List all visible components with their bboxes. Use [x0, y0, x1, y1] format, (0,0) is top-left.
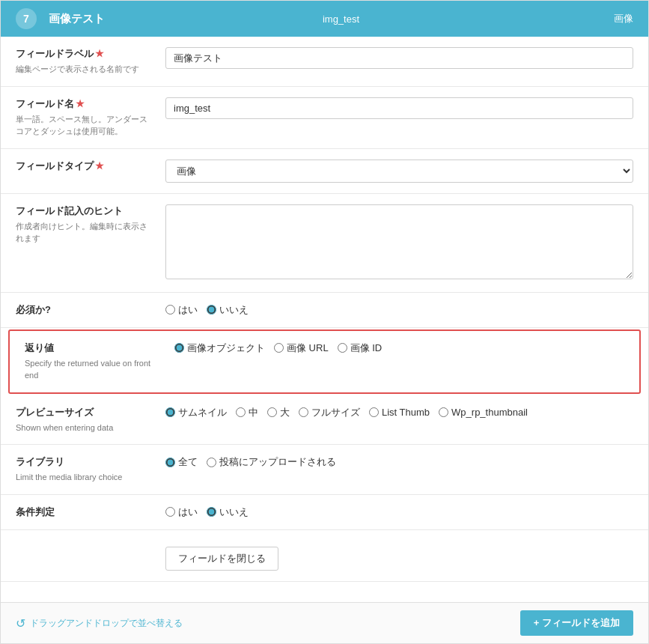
- field-name-desc: 単一語。スペース無し。アンダースコアとダッシュは使用可能。: [16, 113, 150, 138]
- preview-size-desc: Shown when entering data: [16, 422, 150, 434]
- field-label-input-col: [165, 47, 633, 69]
- required-no-label: いいえ: [219, 303, 249, 317]
- field-type-label-col: フィールドタイプ★: [16, 160, 165, 173]
- conditional-yes-radio[interactable]: [165, 507, 175, 517]
- preview-list-thumb-radio[interactable]: [369, 407, 379, 417]
- preview-thumbnail-label: サムネイル: [178, 406, 227, 419]
- conditional-no-radio[interactable]: [207, 507, 216, 517]
- return-url-radio[interactable]: [274, 343, 284, 353]
- field-hint-label-col: フィールド記入のヒント 作成者向けヒント。編集時に表示されます: [16, 204, 165, 245]
- return-id-item[interactable]: 画像 ID: [338, 341, 383, 355]
- preview-full-label: フルサイズ: [311, 406, 360, 419]
- preview-list-thumb-label: List Thumb: [382, 407, 430, 418]
- return-value-label-col: 返り値 Specify the returned value on front …: [25, 341, 174, 382]
- return-object-label: 画像オブジェクト: [187, 341, 265, 355]
- library-input-col: 全て 投稿にアップロードされる: [165, 455, 633, 469]
- required-label-col: 必須か?: [16, 303, 165, 317]
- return-object-item[interactable]: 画像オブジェクト: [174, 341, 265, 355]
- conditional-no-item[interactable]: いいえ: [207, 505, 249, 519]
- field-name-input-col: [165, 97, 633, 119]
- library-radio-group: 全て 投稿にアップロードされる: [165, 455, 633, 469]
- return-object-radio[interactable]: [174, 343, 184, 353]
- preview-wp-rp-item[interactable]: Wp_rp_thumbnail: [439, 407, 528, 418]
- field-header: 7 画像テスト img_test 画像: [1, 1, 648, 37]
- required-yes-item[interactable]: はい: [165, 303, 198, 317]
- field-label-col: フィールドラベル★ 編集ページで表示される名前です: [16, 47, 165, 76]
- library-uploaded-radio[interactable]: [207, 458, 216, 467]
- field-hint-input-col: [165, 204, 633, 282]
- return-url-label: 画像 URL: [287, 341, 329, 355]
- preview-large-item[interactable]: 大: [267, 406, 290, 419]
- field-label-input[interactable]: [165, 47, 633, 69]
- required-no-radio[interactable]: [207, 305, 216, 315]
- field-label-title: フィールドラベル★: [16, 47, 150, 61]
- field-name-title: フィールド名★: [16, 97, 150, 111]
- preview-large-label: 大: [280, 406, 290, 419]
- preview-large-radio[interactable]: [267, 407, 277, 417]
- field-name-input[interactable]: [165, 97, 633, 119]
- preview-medium-label: 中: [249, 406, 258, 419]
- required-title: 必須か?: [16, 303, 150, 317]
- footer: ↺ ドラッグアンドドロップで並べ替える + フィールドを追加: [1, 602, 648, 643]
- field-label-desc: 編集ページで表示される名前です: [16, 63, 150, 76]
- field-type-title: フィールドタイプ★: [16, 160, 150, 173]
- drag-label: ドラッグアンドドロップで並べ替える: [30, 617, 183, 630]
- field-type-input-col: 画像: [165, 160, 633, 183]
- drag-icon: ↺: [16, 616, 25, 631]
- preview-size-row: プレビューサイズ Shown when entering data サムネイル …: [1, 395, 648, 446]
- field-type-row: フィールドタイプ★ 画像: [1, 149, 648, 194]
- close-button-row: フィールドを閉じる: [1, 530, 648, 582]
- preview-medium-radio[interactable]: [236, 407, 246, 417]
- conditional-label-col: 条件判定: [16, 505, 165, 519]
- return-value-title: 返り値: [25, 341, 159, 355]
- library-all-radio[interactable]: [165, 458, 175, 467]
- field-name-row: フィールド名★ 単一語。スペース無し。アンダースコアとダッシュは使用可能。: [1, 87, 648, 149]
- required-input-col: はい いいえ: [165, 303, 633, 317]
- conditional-input-col: はい いいえ: [165, 505, 633, 519]
- conditional-yes-label: はい: [178, 505, 198, 519]
- library-title: ライブラリ: [16, 455, 150, 469]
- return-value-radio-group: 画像オブジェクト 画像 URL 画像 ID: [174, 341, 624, 355]
- return-value-desc: Specify the returned value on front end: [25, 357, 159, 382]
- field-label-row: フィールドラベル★ 編集ページで表示される名前です: [1, 37, 648, 87]
- library-row: ライブラリ Limit the media library choice 全て …: [1, 445, 648, 495]
- required-row: 必須か? はい いいえ: [1, 293, 648, 328]
- preview-medium-item[interactable]: 中: [236, 406, 258, 419]
- main-container: 7 画像テスト img_test 画像 フィールドラベル★ 編集ページで表示され…: [0, 0, 649, 644]
- required-star: ★: [95, 48, 104, 59]
- preview-thumbnail-item[interactable]: サムネイル: [165, 406, 227, 419]
- preview-size-title: プレビューサイズ: [16, 406, 150, 419]
- library-uploaded-item[interactable]: 投稿にアップロードされる: [207, 455, 336, 469]
- return-id-radio[interactable]: [338, 343, 347, 353]
- field-name-label-col: フィールド名★ 単一語。スペース無し。アンダースコアとダッシュは使用可能。: [16, 97, 165, 138]
- library-desc: Limit the media library choice: [16, 471, 150, 484]
- preview-full-item[interactable]: フルサイズ: [299, 406, 360, 419]
- field-hint-row: フィールド記入のヒント 作成者向けヒント。編集時に表示されます: [1, 194, 648, 293]
- close-field-button[interactable]: フィールドを閉じる: [165, 547, 278, 571]
- preview-thumbnail-radio[interactable]: [165, 407, 175, 417]
- field-hint-textarea[interactable]: [165, 204, 633, 279]
- drag-reorder[interactable]: ↺ ドラッグアンドドロップで並べ替える: [16, 616, 183, 631]
- required-no-item[interactable]: いいえ: [207, 303, 249, 317]
- return-id-label: 画像 ID: [350, 341, 383, 355]
- return-url-item[interactable]: 画像 URL: [274, 341, 329, 355]
- preview-size-label-col: プレビューサイズ Shown when entering data: [16, 406, 165, 434]
- header-title: 画像テスト: [49, 12, 243, 26]
- conditional-yes-item[interactable]: はい: [165, 505, 198, 519]
- preview-wp-rp-radio[interactable]: [439, 407, 448, 417]
- field-type-select[interactable]: 画像: [165, 160, 633, 183]
- close-button-col: フィールドを閉じる: [165, 541, 633, 571]
- add-field-button[interactable]: + フィールドを追加: [520, 610, 633, 636]
- preview-size-input-col: サムネイル 中 大 フルサイズ: [165, 406, 633, 419]
- field-hint-title: フィールド記入のヒント: [16, 204, 150, 218]
- required-yes-label: はい: [178, 303, 198, 317]
- library-uploaded-label: 投稿にアップロードされる: [219, 455, 336, 469]
- required-yes-radio[interactable]: [165, 305, 175, 315]
- conditional-no-label: いいえ: [219, 505, 249, 519]
- library-all-item[interactable]: 全て: [165, 455, 198, 469]
- conditional-title: 条件判定: [16, 505, 150, 519]
- preview-list-thumb-item[interactable]: List Thumb: [369, 407, 430, 418]
- preview-full-radio[interactable]: [299, 407, 308, 417]
- preview-wp-rp-label: Wp_rp_thumbnail: [451, 407, 528, 418]
- conditional-radio-group: はい いいえ: [165, 505, 633, 519]
